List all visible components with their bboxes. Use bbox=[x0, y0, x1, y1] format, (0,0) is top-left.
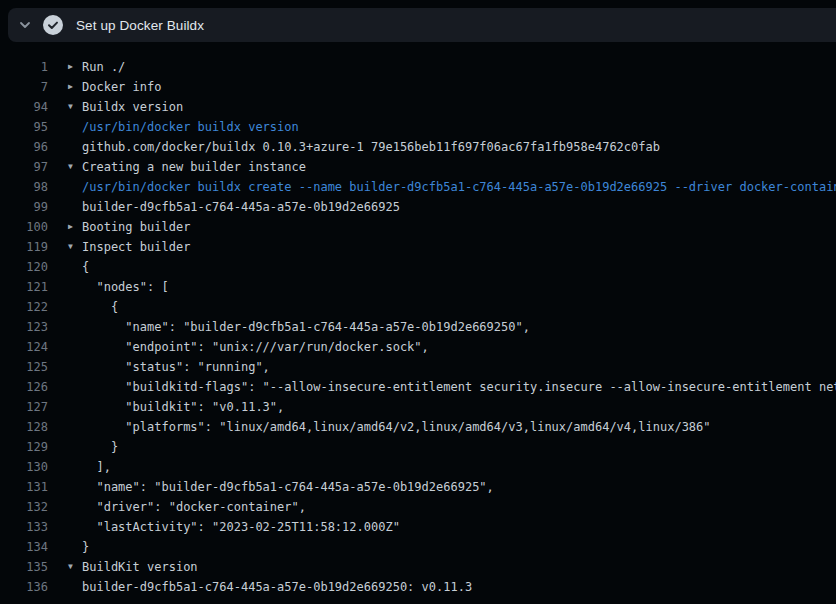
log-output-text: "endpoint": "unix:///var/run/docker.sock… bbox=[82, 337, 429, 357]
log-group-toggle[interactable]: ▶Docker info bbox=[68, 77, 161, 97]
log-group-label: BuildKit version bbox=[82, 557, 198, 577]
log-line: 131 "name": "builder-d9cfb5a1-c764-445a-… bbox=[0, 477, 836, 497]
log-group-toggle[interactable]: ▶Run ./ bbox=[68, 57, 125, 77]
triangle-down-icon: ▼ bbox=[68, 157, 82, 177]
log-group-label: Run ./ bbox=[82, 57, 125, 77]
step-title: Set up Docker Buildx bbox=[76, 18, 204, 33]
log-line: 95/usr/bin/docker buildx version bbox=[0, 117, 836, 137]
line-number-link[interactable]: 96 bbox=[0, 137, 48, 157]
log-output-text: { bbox=[82, 297, 118, 317]
log-viewer: 1▶Run ./7▶Docker info94▼Buildx version95… bbox=[0, 43, 836, 604]
log-line: 130 ], bbox=[0, 457, 836, 477]
log-output-text: "lastActivity": "2023-02-25T11:58:12.000… bbox=[82, 517, 400, 537]
log-line: 97▼Creating a new builder instance bbox=[0, 157, 836, 177]
log-line: 7▶Docker info bbox=[0, 77, 836, 97]
log-line: 120{ bbox=[0, 257, 836, 277]
log-line: 132 "driver": "docker-container", bbox=[0, 497, 836, 517]
line-number-link[interactable]: 122 bbox=[0, 297, 48, 317]
log-group-label: Docker info bbox=[82, 77, 161, 97]
log-line: 94▼Buildx version bbox=[0, 97, 836, 117]
log-group-toggle[interactable]: ▼Creating a new builder instance bbox=[68, 157, 306, 177]
line-number-link[interactable]: 134 bbox=[0, 537, 48, 557]
log-line: 121 "nodes": [ bbox=[0, 277, 836, 297]
log-line: 124 "endpoint": "unix:///var/run/docker.… bbox=[0, 337, 836, 357]
log-line: 136builder-d9cfb5a1-c764-445a-a57e-0b19d… bbox=[0, 577, 836, 597]
line-number-link[interactable]: 130 bbox=[0, 457, 48, 477]
line-number-link[interactable]: 131 bbox=[0, 477, 48, 497]
log-group-toggle[interactable]: ▼Buildx version bbox=[68, 97, 183, 117]
log-line: 133 "lastActivity": "2023-02-25T11:58:12… bbox=[0, 517, 836, 537]
line-number-link[interactable]: 127 bbox=[0, 397, 48, 417]
triangle-down-icon: ▼ bbox=[68, 97, 82, 117]
line-number-link[interactable]: 7 bbox=[0, 77, 48, 97]
log-line: 96github.com/docker/buildx 0.10.3+azure-… bbox=[0, 137, 836, 157]
log-output-text: "buildkitd-flags": "--allow-insecure-ent… bbox=[82, 377, 836, 397]
triangle-right-icon: ▶ bbox=[68, 57, 82, 77]
step-header[interactable]: Set up Docker Buildx bbox=[8, 8, 836, 42]
log-output-text: "driver": "docker-container", bbox=[82, 497, 306, 517]
line-number-link[interactable]: 98 bbox=[0, 177, 48, 197]
triangle-down-icon: ▼ bbox=[68, 557, 82, 577]
line-number-link[interactable]: 100 bbox=[0, 217, 48, 237]
line-number-link[interactable]: 124 bbox=[0, 337, 48, 357]
line-number-link[interactable]: 99 bbox=[0, 197, 48, 217]
log-group-toggle[interactable]: ▼Inspect builder bbox=[68, 237, 190, 257]
log-line: 100▶Booting builder bbox=[0, 217, 836, 237]
log-group-toggle[interactable]: ▼BuildKit version bbox=[68, 557, 198, 577]
log-output-text: ], bbox=[82, 457, 111, 477]
log-group-label: Inspect builder bbox=[82, 237, 190, 257]
log-output-text: "status": "running", bbox=[82, 357, 270, 377]
line-number-link[interactable]: 129 bbox=[0, 437, 48, 457]
triangle-down-icon: ▼ bbox=[68, 237, 82, 257]
line-number-link[interactable]: 132 bbox=[0, 497, 48, 517]
log-output-text: github.com/docker/buildx 0.10.3+azure-1 … bbox=[82, 137, 660, 157]
log-group-label: Booting builder bbox=[82, 217, 190, 237]
line-number-link[interactable]: 133 bbox=[0, 517, 48, 537]
log-line: 127 "buildkit": "v0.11.3", bbox=[0, 397, 836, 417]
line-number-link[interactable]: 135 bbox=[0, 557, 48, 577]
line-number-link[interactable]: 1 bbox=[0, 57, 48, 77]
log-output-text: } bbox=[82, 537, 89, 557]
log-line: 134} bbox=[0, 537, 836, 557]
log-output-text: } bbox=[82, 437, 118, 457]
line-number-link[interactable]: 97 bbox=[0, 157, 48, 177]
log-line: 126 "buildkitd-flags": "--allow-insecure… bbox=[0, 377, 836, 397]
log-output-text: { bbox=[82, 257, 89, 277]
line-number-link[interactable]: 128 bbox=[0, 417, 48, 437]
log-command-text: /usr/bin/docker buildx create --name bui… bbox=[82, 177, 836, 197]
log-line: 128 "platforms": "linux/amd64,linux/amd6… bbox=[0, 417, 836, 437]
log-group-label: Buildx version bbox=[82, 97, 183, 117]
log-line: 1▶Run ./ bbox=[0, 57, 836, 77]
log-output-text: builder-d9cfb5a1-c764-445a-a57e-0b19d2e6… bbox=[82, 197, 400, 217]
line-number-link[interactable]: 125 bbox=[0, 357, 48, 377]
log-output-text: "buildkit": "v0.11.3", bbox=[82, 397, 284, 417]
log-output-text: "name": "builder-d9cfb5a1-c764-445a-a57e… bbox=[82, 477, 494, 497]
log-output-text: "platforms": "linux/amd64,linux/amd64/v2… bbox=[82, 417, 711, 437]
line-number-link[interactable]: 94 bbox=[0, 97, 48, 117]
log-line: 125 "status": "running", bbox=[0, 357, 836, 377]
log-group-toggle[interactable]: ▶Booting builder bbox=[68, 217, 190, 237]
log-group-label: Creating a new builder instance bbox=[82, 157, 306, 177]
log-line: 119▼Inspect builder bbox=[0, 237, 836, 257]
check-circle-icon bbox=[43, 15, 63, 35]
log-line: 99builder-d9cfb5a1-c764-445a-a57e-0b19d2… bbox=[0, 197, 836, 217]
triangle-right-icon: ▶ bbox=[68, 217, 82, 237]
line-number-link[interactable]: 95 bbox=[0, 117, 48, 137]
log-line: 122 { bbox=[0, 297, 836, 317]
triangle-right-icon: ▶ bbox=[68, 77, 82, 97]
log-line: 123 "name": "builder-d9cfb5a1-c764-445a-… bbox=[0, 317, 836, 337]
log-output-text: "name": "builder-d9cfb5a1-c764-445a-a57e… bbox=[82, 317, 530, 337]
line-number-link[interactable]: 136 bbox=[0, 577, 48, 597]
log-line: 98/usr/bin/docker buildx create --name b… bbox=[0, 177, 836, 197]
line-number-link[interactable]: 119 bbox=[0, 237, 48, 257]
line-number-link[interactable]: 123 bbox=[0, 317, 48, 337]
log-line: 135▼BuildKit version bbox=[0, 557, 836, 577]
log-output-text: "nodes": [ bbox=[82, 277, 169, 297]
line-number-link[interactable]: 121 bbox=[0, 277, 48, 297]
chevron-down-icon[interactable] bbox=[14, 14, 36, 36]
log-output-text: builder-d9cfb5a1-c764-445a-a57e-0b19d2e6… bbox=[82, 577, 472, 597]
log-line: 129 } bbox=[0, 437, 836, 457]
line-number-link[interactable]: 126 bbox=[0, 377, 48, 397]
log-command-text: /usr/bin/docker buildx version bbox=[82, 117, 299, 137]
line-number-link[interactable]: 120 bbox=[0, 257, 48, 277]
